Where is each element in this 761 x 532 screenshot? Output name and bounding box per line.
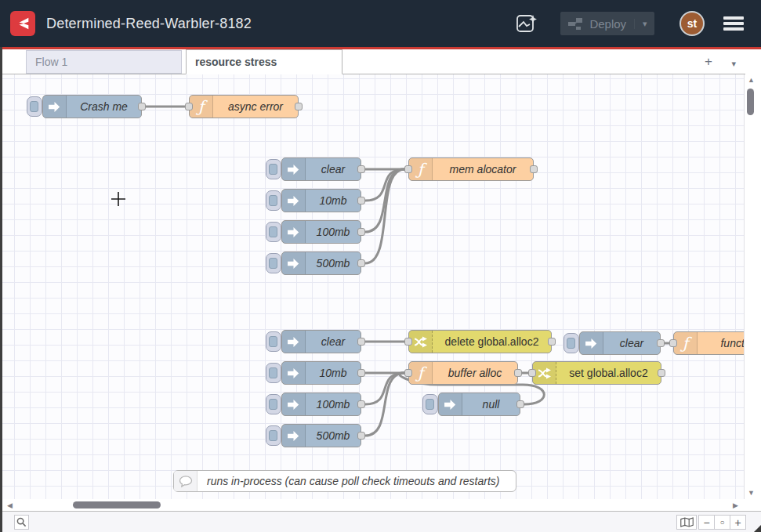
horizontal-scrollbar[interactable]: ◀ ▶: [2, 499, 744, 511]
inject-button[interactable]: [266, 394, 281, 414]
inject-node-mb100_b[interactable]: 100mb: [281, 393, 361, 416]
ai-image-sparkle-icon[interactable]: [513, 10, 540, 37]
function-node-function_n[interactable]: ƒfunction: [673, 331, 744, 355]
change-node-delete_global[interactable]: delete global.alloc2: [408, 330, 552, 353]
scroll-left-icon[interactable]: ◀: [7, 501, 13, 509]
output-port[interactable]: [357, 338, 365, 346]
inject-arrow-icon: [287, 429, 300, 443]
change-shuffle-icon: [538, 367, 552, 379]
inject-button[interactable]: [266, 190, 281, 211]
vertical-scrollbar[interactable]: ▲ ▼: [744, 74, 756, 499]
user-avatar[interactable]: st: [679, 11, 705, 36]
vertical-scrollbar-thumb[interactable]: [747, 89, 754, 115]
node-label: 500mb: [306, 252, 361, 274]
inject-button[interactable]: [27, 96, 42, 117]
output-port[interactable]: [357, 228, 365, 236]
inject-node-null_inject[interactable]: null: [438, 393, 520, 416]
node-label: 100mb: [306, 393, 361, 415]
inject-node-clear_a[interactable]: clear: [281, 157, 361, 181]
inject-arrow-icon: [444, 398, 457, 411]
output-port[interactable]: [530, 165, 538, 173]
search-flows-button[interactable]: [14, 515, 29, 530]
node-red-logo[interactable]: [10, 11, 35, 36]
function-icon: ƒ: [418, 161, 423, 177]
inject-arrow-icon: [287, 194, 300, 208]
inject-node-clear_b[interactable]: clear: [281, 330, 361, 353]
zoom-reset-button[interactable]: ○: [714, 515, 730, 530]
node-label: clear: [603, 332, 660, 354]
inject-button[interactable]: [266, 425, 281, 446]
horizontal-scrollbar-thumb[interactable]: [73, 501, 161, 508]
node-label: 500mb: [306, 425, 361, 447]
inject-button[interactable]: [422, 394, 438, 414]
output-port[interactable]: [357, 165, 365, 173]
output-port[interactable]: [138, 103, 146, 110]
flow-tab-label: Flow 1: [35, 56, 67, 68]
inject-node-mb10_a[interactable]: 10mb: [281, 189, 361, 212]
output-port[interactable]: [657, 339, 665, 347]
flow-tab-resource-stress[interactable]: resource stress: [186, 49, 342, 74]
input-port[interactable]: [528, 369, 536, 377]
inject-node-crash_me[interactable]: Crash me: [42, 95, 142, 118]
inject-button[interactable]: [266, 363, 281, 383]
flow-canvas[interactable]: Crash meƒasync errorclear10mb100mb500mbƒ…: [2, 74, 744, 499]
inject-button[interactable]: [266, 222, 281, 242]
node-label: set global.alloc2: [556, 362, 661, 384]
inject-button[interactable]: [266, 331, 281, 352]
flow-tab-label: resource stress: [195, 56, 277, 68]
output-port[interactable]: [548, 338, 556, 346]
function-node-mem_alocator[interactable]: ƒmem alocator: [408, 157, 534, 181]
header-bar: Determined-Reed-Warbler-8182 Deploy ▾ st: [0, 0, 761, 47]
inject-arrow-icon: [287, 367, 300, 380]
inject-button[interactable]: [564, 333, 579, 353]
output-port[interactable]: [357, 432, 365, 440]
scroll-right-icon[interactable]: ▶: [733, 501, 738, 509]
navigator-button[interactable]: [676, 515, 697, 530]
inject-node-clear_c[interactable]: clear: [579, 331, 661, 355]
inject-arrow-icon: [48, 100, 61, 114]
add-flow-button[interactable]: +: [705, 56, 712, 68]
zoom-in-button[interactable]: +: [730, 515, 746, 530]
output-port[interactable]: [357, 369, 365, 377]
deploy-icon: [567, 17, 583, 30]
output-port[interactable]: [295, 103, 303, 110]
inject-node-mb100_a[interactable]: 100mb: [281, 220, 361, 244]
hamburger-menu-icon[interactable]: [723, 14, 744, 33]
scroll-up-icon[interactable]: ▲: [748, 76, 755, 84]
output-port[interactable]: [357, 197, 365, 204]
node-label: function: [698, 332, 744, 354]
input-port[interactable]: [185, 103, 193, 110]
input-port[interactable]: [404, 165, 412, 173]
node-label: runs in-process (can cause poll check ti…: [197, 471, 516, 491]
output-port[interactable]: [357, 400, 365, 408]
input-port[interactable]: [404, 338, 412, 346]
output-port[interactable]: [658, 369, 665, 377]
inject-node-mb500_b[interactable]: 500mb: [281, 424, 361, 447]
output-port[interactable]: [516, 400, 524, 408]
inject-button[interactable]: [266, 159, 281, 179]
window-edge: [0, 47, 2, 532]
resize-grip[interactable]: [754, 525, 761, 532]
deploy-button[interactable]: Deploy ▾: [560, 12, 654, 35]
inject-node-mb500_a[interactable]: 500mb: [281, 252, 361, 275]
change-node-set_global[interactable]: set global.alloc2: [532, 361, 661, 385]
function-node-async_error[interactable]: ƒasync error: [189, 95, 299, 118]
node-label: async error: [213, 96, 298, 118]
flow-tab-flow-1[interactable]: Flow 1: [26, 50, 182, 74]
flow-list-caret-icon[interactable]: ▾: [731, 59, 736, 69]
input-port[interactable]: [404, 369, 412, 377]
output-port[interactable]: [357, 259, 365, 267]
zoom-out-button[interactable]: −: [698, 515, 715, 530]
inject-button[interactable]: [266, 253, 281, 273]
inject-node-mb10_b[interactable]: 10mb: [281, 361, 361, 385]
comment-node-comment_n[interactable]: runs in-process (can cause poll check ti…: [173, 470, 516, 492]
output-port[interactable]: [514, 369, 522, 377]
deploy-caret-icon[interactable]: ▾: [634, 19, 647, 29]
inject-arrow-icon: [287, 163, 300, 176]
wires-layer: [2, 74, 744, 499]
inject-arrow-icon: [287, 257, 300, 270]
node-label: 10mb: [306, 190, 361, 212]
function-node-buffer_alloc[interactable]: ƒbuffer alloc: [408, 361, 518, 385]
input-port[interactable]: [669, 339, 677, 347]
scroll-down-icon[interactable]: ▼: [748, 489, 755, 497]
